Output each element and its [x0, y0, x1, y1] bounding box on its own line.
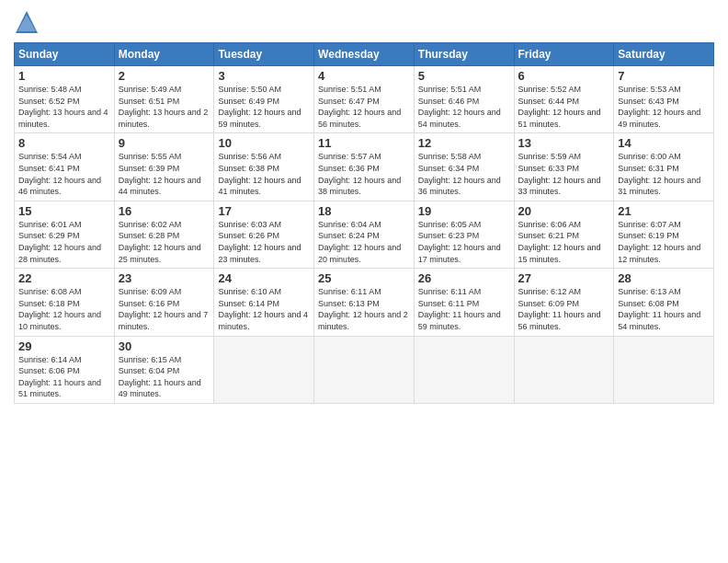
day-cell: 11Sunrise: 5:57 AM Sunset: 6:36 PM Dayli… — [314, 133, 415, 201]
day-cell: 24Sunrise: 6:10 AM Sunset: 6:14 PM Dayli… — [214, 269, 314, 336]
day-number: 13 — [518, 136, 610, 150]
page-container: SundayMondayTuesdayWednesdayThursdayFrid… — [0, 0, 728, 413]
day-number: 7 — [618, 69, 710, 83]
week-row-0: 1Sunrise: 5:48 AM Sunset: 6:52 PM Daylig… — [15, 66, 714, 133]
calendar-header-row: SundayMondayTuesdayWednesdayThursdayFrid… — [15, 43, 714, 66]
day-number: 14 — [618, 136, 710, 150]
day-cell: 15Sunrise: 6:01 AM Sunset: 6:29 PM Dayli… — [15, 201, 115, 268]
day-number: 30 — [119, 339, 210, 353]
day-detail: Sunrise: 6:06 AM Sunset: 6:21 PM Dayligh… — [518, 219, 610, 265]
day-number: 25 — [318, 271, 410, 285]
day-cell: 14Sunrise: 6:00 AM Sunset: 6:31 PM Dayli… — [614, 133, 714, 201]
svg-marker-1 — [17, 15, 36, 31]
day-number: 28 — [618, 271, 710, 285]
day-number: 3 — [218, 69, 310, 83]
day-cell: 23Sunrise: 6:09 AM Sunset: 6:16 PM Dayli… — [114, 269, 214, 336]
day-number: 4 — [318, 69, 410, 83]
day-number: 6 — [518, 69, 610, 83]
day-detail: Sunrise: 5:57 AM Sunset: 6:36 PM Dayligh… — [318, 151, 410, 197]
col-header-thursday: Thursday — [414, 43, 514, 66]
day-cell: 6Sunrise: 5:52 AM Sunset: 6:44 PM Daylig… — [514, 66, 614, 133]
day-number: 10 — [218, 136, 310, 150]
day-cell: 18Sunrise: 6:04 AM Sunset: 6:24 PM Dayli… — [314, 201, 415, 268]
col-header-sunday: Sunday — [15, 43, 115, 66]
day-cell: 5Sunrise: 5:51 AM Sunset: 6:46 PM Daylig… — [414, 66, 514, 133]
day-detail: Sunrise: 6:03 AM Sunset: 6:26 PM Dayligh… — [218, 219, 310, 265]
day-detail: Sunrise: 6:15 AM Sunset: 6:04 PM Dayligh… — [119, 354, 210, 400]
day-number: 22 — [18, 271, 110, 285]
col-header-tuesday: Tuesday — [214, 43, 314, 66]
day-detail: Sunrise: 6:00 AM Sunset: 6:31 PM Dayligh… — [618, 151, 710, 197]
day-cell: 19Sunrise: 6:05 AM Sunset: 6:23 PM Dayli… — [414, 201, 514, 268]
week-row-1: 8Sunrise: 5:54 AM Sunset: 6:41 PM Daylig… — [15, 133, 714, 201]
week-row-3: 22Sunrise: 6:08 AM Sunset: 6:18 PM Dayli… — [15, 269, 714, 336]
day-number: 11 — [318, 136, 410, 150]
day-number: 1 — [18, 69, 110, 83]
day-detail: Sunrise: 6:14 AM Sunset: 6:06 PM Dayligh… — [18, 354, 110, 400]
day-detail: Sunrise: 5:51 AM Sunset: 6:46 PM Dayligh… — [418, 84, 510, 130]
day-cell — [414, 336, 514, 403]
day-detail: Sunrise: 5:55 AM Sunset: 6:39 PM Dayligh… — [119, 151, 210, 197]
col-header-wednesday: Wednesday — [314, 43, 415, 66]
day-detail: Sunrise: 6:13 AM Sunset: 6:08 PM Dayligh… — [618, 286, 710, 332]
day-cell: 28Sunrise: 6:13 AM Sunset: 6:08 PM Dayli… — [614, 269, 714, 336]
day-cell: 27Sunrise: 6:12 AM Sunset: 6:09 PM Dayli… — [514, 269, 614, 336]
day-detail: Sunrise: 6:11 AM Sunset: 6:11 PM Dayligh… — [418, 286, 510, 332]
day-detail: Sunrise: 6:11 AM Sunset: 6:13 PM Dayligh… — [318, 286, 410, 332]
day-detail: Sunrise: 5:59 AM Sunset: 6:33 PM Dayligh… — [518, 151, 610, 197]
day-cell: 12Sunrise: 5:58 AM Sunset: 6:34 PM Dayli… — [414, 133, 514, 201]
day-cell: 10Sunrise: 5:56 AM Sunset: 6:38 PM Dayli… — [214, 133, 314, 201]
day-cell: 22Sunrise: 6:08 AM Sunset: 6:18 PM Dayli… — [15, 269, 115, 336]
day-number: 21 — [618, 204, 710, 218]
day-detail: Sunrise: 6:10 AM Sunset: 6:14 PM Dayligh… — [218, 286, 310, 332]
day-number: 23 — [119, 271, 210, 285]
day-number: 8 — [18, 136, 110, 150]
day-detail: Sunrise: 6:01 AM Sunset: 6:29 PM Dayligh… — [18, 219, 110, 265]
day-detail: Sunrise: 5:54 AM Sunset: 6:41 PM Dayligh… — [18, 151, 110, 197]
day-cell — [214, 336, 314, 403]
day-detail: Sunrise: 6:08 AM Sunset: 6:18 PM Dayligh… — [18, 286, 110, 332]
day-detail: Sunrise: 6:02 AM Sunset: 6:28 PM Dayligh… — [119, 219, 210, 265]
day-number: 12 — [418, 136, 510, 150]
day-detail: Sunrise: 5:50 AM Sunset: 6:49 PM Dayligh… — [218, 84, 310, 130]
day-cell: 2Sunrise: 5:49 AM Sunset: 6:51 PM Daylig… — [114, 66, 214, 133]
day-cell: 17Sunrise: 6:03 AM Sunset: 6:26 PM Dayli… — [214, 201, 314, 268]
day-detail: Sunrise: 6:12 AM Sunset: 6:09 PM Dayligh… — [518, 286, 610, 332]
day-number: 24 — [218, 271, 310, 285]
day-cell: 30Sunrise: 6:15 AM Sunset: 6:04 PM Dayli… — [114, 336, 214, 403]
day-cell: 7Sunrise: 5:53 AM Sunset: 6:43 PM Daylig… — [614, 66, 714, 133]
logo — [14, 9, 43, 35]
day-number: 19 — [418, 204, 510, 218]
day-detail: Sunrise: 5:58 AM Sunset: 6:34 PM Dayligh… — [418, 151, 510, 197]
day-cell: 26Sunrise: 6:11 AM Sunset: 6:11 PM Dayli… — [414, 269, 514, 336]
day-number: 2 — [119, 69, 210, 83]
day-detail: Sunrise: 5:56 AM Sunset: 6:38 PM Dayligh… — [218, 151, 310, 197]
day-cell: 1Sunrise: 5:48 AM Sunset: 6:52 PM Daylig… — [15, 66, 115, 133]
week-row-2: 15Sunrise: 6:01 AM Sunset: 6:29 PM Dayli… — [15, 201, 714, 268]
day-cell: 29Sunrise: 6:14 AM Sunset: 6:06 PM Dayli… — [15, 336, 115, 403]
day-number: 20 — [518, 204, 610, 218]
day-detail: Sunrise: 6:05 AM Sunset: 6:23 PM Dayligh… — [418, 219, 510, 265]
day-cell: 25Sunrise: 6:11 AM Sunset: 6:13 PM Dayli… — [314, 269, 415, 336]
day-number: 15 — [18, 204, 110, 218]
day-cell — [314, 336, 415, 403]
day-number: 5 — [418, 69, 510, 83]
day-cell: 21Sunrise: 6:07 AM Sunset: 6:19 PM Dayli… — [614, 201, 714, 268]
day-cell: 3Sunrise: 5:50 AM Sunset: 6:49 PM Daylig… — [214, 66, 314, 133]
day-cell — [514, 336, 614, 403]
day-cell: 20Sunrise: 6:06 AM Sunset: 6:21 PM Dayli… — [514, 201, 614, 268]
day-cell: 9Sunrise: 5:55 AM Sunset: 6:39 PM Daylig… — [114, 133, 214, 201]
day-number: 18 — [318, 204, 410, 218]
day-detail: Sunrise: 5:53 AM Sunset: 6:43 PM Dayligh… — [618, 84, 710, 130]
day-detail: Sunrise: 6:04 AM Sunset: 6:24 PM Dayligh… — [318, 219, 410, 265]
day-detail: Sunrise: 5:51 AM Sunset: 6:47 PM Dayligh… — [318, 84, 410, 130]
day-detail: Sunrise: 6:09 AM Sunset: 6:16 PM Dayligh… — [119, 286, 210, 332]
day-cell: 4Sunrise: 5:51 AM Sunset: 6:47 PM Daylig… — [314, 66, 415, 133]
day-number: 29 — [18, 339, 110, 353]
day-number: 26 — [418, 271, 510, 285]
week-row-4: 29Sunrise: 6:14 AM Sunset: 6:06 PM Dayli… — [15, 336, 714, 403]
header — [14, 9, 714, 35]
logo-icon — [14, 9, 40, 35]
day-cell: 8Sunrise: 5:54 AM Sunset: 6:41 PM Daylig… — [15, 133, 115, 201]
day-detail: Sunrise: 6:07 AM Sunset: 6:19 PM Dayligh… — [618, 219, 710, 265]
